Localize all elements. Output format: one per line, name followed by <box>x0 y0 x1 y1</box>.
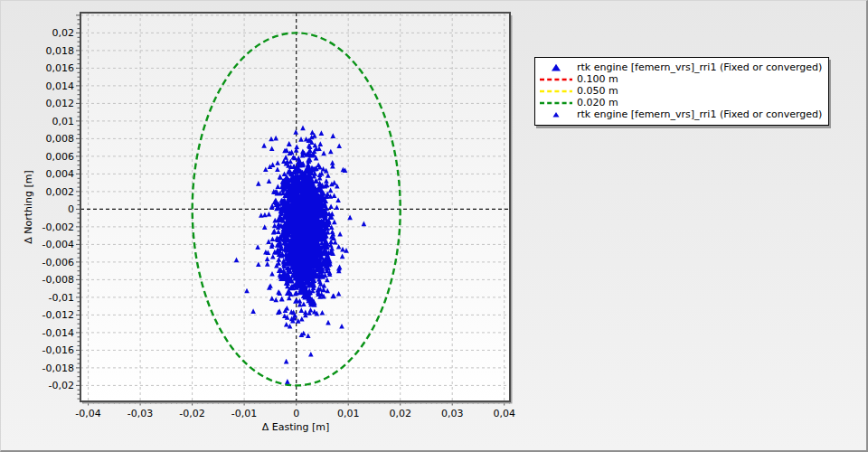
legend-triangle-icon <box>538 109 574 120</box>
legend-box: rtk engine [femern_vrs]_rri1 (Fixed or c… <box>534 57 829 126</box>
y-tick-label: -0,006 <box>42 257 74 268</box>
y-tick-label: 0,01 <box>52 116 75 127</box>
y-tick-label: -0,012 <box>42 309 74 321</box>
y-tick-label: 0,02 <box>52 27 75 39</box>
legend-item-label: rtk engine [femern_vrs]_rri1 (Fixed or c… <box>577 61 822 73</box>
legend-item-label: 0.020 m <box>577 97 618 108</box>
x-axis-title: Δ Easting [m] <box>262 421 330 433</box>
chart-window: 0,020,0180,0160,0140,0120,010,0080,0060,… <box>0 0 868 452</box>
legend-item-3[interactable]: 0.020 m <box>535 97 822 108</box>
x-tick-label: 0,01 <box>337 408 360 419</box>
legend-dash-icon <box>538 74 574 85</box>
y-tick-label: -0,002 <box>42 221 74 233</box>
y-tick-label: -0,008 <box>42 274 74 286</box>
y-tick-label: 0,014 <box>46 80 75 92</box>
legend-item-2[interactable]: 0.050 m <box>535 85 822 97</box>
y-tick-label: -0,014 <box>42 327 74 339</box>
legend-item-label: 0.050 m <box>577 85 618 97</box>
y-tick-label: 0,006 <box>46 151 75 163</box>
y-tick-label: 0,004 <box>46 168 75 180</box>
y-axis-title: Δ Northing [m] <box>23 170 34 244</box>
legend-item-label: 0.100 m <box>577 73 618 85</box>
legend-item-0[interactable]: rtk engine [femern_vrs]_rri1 (Fixed or c… <box>535 61 822 73</box>
y-tick-label: 0,018 <box>46 45 75 57</box>
y-tick-label: -0,016 <box>42 344 74 356</box>
y-tick-label: 0,002 <box>46 186 75 198</box>
legend-item-1[interactable]: 0.100 m <box>535 73 822 85</box>
x-tick-label: -0,03 <box>127 408 153 419</box>
legend-dash-icon <box>538 98 574 108</box>
y-tick-label: -0,02 <box>49 380 74 391</box>
y-tick-label: -0,004 <box>42 239 74 250</box>
legend-dash-icon <box>538 86 574 97</box>
legend-triangle-icon <box>538 62 574 73</box>
y-tick-label: 0,008 <box>46 133 75 145</box>
y-tick-label: 0 <box>68 203 74 215</box>
x-tick-label: 0,03 <box>441 408 464 419</box>
legend-item-4[interactable]: rtk engine [femern_vrs]_rri1 (Fixed or c… <box>535 108 822 120</box>
x-tick-label: 0 <box>293 408 299 419</box>
y-tick-label: -0,01 <box>49 292 74 304</box>
x-tick-label: 0,02 <box>389 408 411 419</box>
x-tick-label: 0,04 <box>493 408 515 419</box>
x-tick-label: -0,01 <box>231 408 257 419</box>
y-tick-label: 0,012 <box>46 98 75 109</box>
y-tick-label: 0,016 <box>46 62 75 74</box>
x-tick-label: -0,02 <box>179 408 204 419</box>
y-tick-label: -0,018 <box>42 363 74 374</box>
x-tick-label: -0,04 <box>75 408 100 419</box>
legend-item-label: rtk engine [femern_vrs]_rri1 (Fixed or c… <box>577 108 822 120</box>
